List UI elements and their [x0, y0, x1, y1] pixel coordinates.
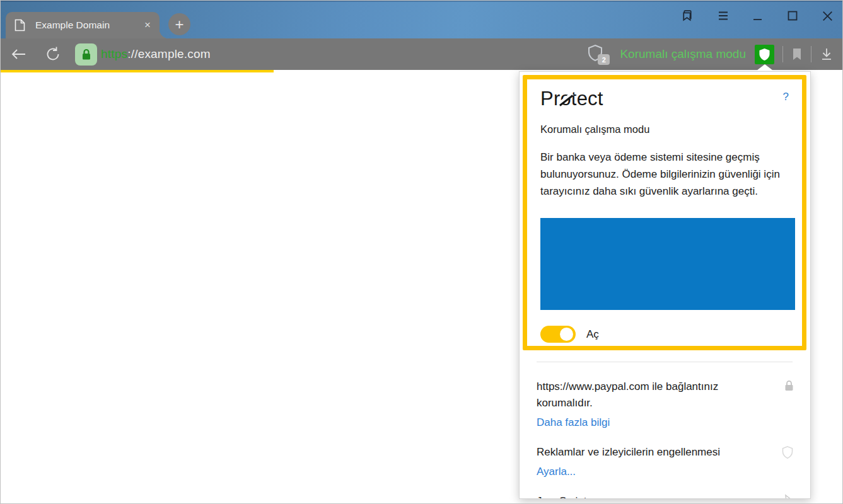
minimize-icon[interactable] — [751, 9, 765, 23]
back-button[interactable] — [1, 38, 35, 70]
page-icon — [15, 19, 25, 32]
close-window-icon[interactable] — [820, 9, 835, 23]
section-divider — [537, 362, 793, 362]
popup-pointer — [757, 64, 773, 71]
browser-tab[interactable]: Example Domain × — [6, 12, 160, 38]
url-scheme: https — [101, 47, 127, 60]
toolbar: https://example.com 2 Korumalı çalışma m… — [1, 38, 842, 70]
blocked-count-badge: 2 — [598, 54, 610, 65]
blocked-counter-shield-icon[interactable]: 2 — [587, 43, 610, 65]
tab-groups-icon[interactable] — [680, 8, 695, 24]
tab-strip: Example Domain × + — [1, 1, 842, 38]
more-info-link[interactable]: Daha fazla bilgi — [537, 415, 610, 431]
toggle-knob — [560, 328, 573, 341]
connection-security-row: https://www.paypal.com ile bağlantınız k… — [537, 379, 795, 431]
shield-outline-icon — [781, 445, 794, 462]
bookmark-flag-icon[interactable] — [791, 47, 803, 61]
toolbar-separator — [782, 46, 783, 62]
shield-icon — [759, 48, 770, 61]
pointer-icon — [782, 493, 794, 499]
address-bar[interactable]: https://example.com — [101, 47, 211, 61]
downloads-icon[interactable] — [820, 47, 834, 62]
protect-shield-button[interactable] — [755, 45, 774, 64]
protect-mode-toggle[interactable] — [540, 326, 576, 343]
panel-subtitle: Korumalı çalışma modu — [540, 123, 789, 135]
ad-blocking-row: Reklamlar ve izleyicilerin engellenmesi … — [537, 444, 795, 480]
highlighted-section: Protect ? Korumalı çalışma modu Bir bank… — [523, 75, 806, 350]
panel-description: Bir banka veya ödeme sistemi sitesine ge… — [540, 149, 798, 200]
toolbar-separator — [811, 46, 811, 62]
illustration-placeholder — [540, 218, 795, 310]
tab-title: Example Domain — [35, 20, 142, 31]
maximize-icon[interactable] — [786, 9, 799, 23]
panel-title: Protect — [540, 88, 603, 110]
ad-blocking-text: Reklamlar ve izleyicilerin engellenmesi — [537, 444, 760, 461]
connection-security-text: https://www.paypal.com ile bağlantınız k… — [537, 379, 760, 411]
browser-window: Example Domain × + — [0, 0, 843, 504]
reload-button[interactable] — [35, 38, 70, 70]
protect-panel: Protect ? Korumalı çalışma modu Bir bank… — [519, 71, 811, 499]
tab-close-icon[interactable]: × — [142, 19, 153, 32]
page-load-progress-bar — [1, 70, 274, 72]
menu-icon[interactable] — [716, 9, 730, 23]
javascript-row: JavaScript — [537, 493, 795, 499]
new-tab-button[interactable]: + — [168, 13, 190, 35]
site-security-lock-icon[interactable] — [75, 43, 97, 66]
javascript-text: JavaScript — [537, 493, 760, 499]
url-text: ://example.com — [127, 47, 211, 60]
protect-mode-label: Korumalı çalışma modu — [620, 47, 746, 61]
toggle-label: Aç — [586, 328, 599, 341]
help-link[interactable]: ? — [783, 88, 789, 103]
configure-link[interactable]: Ayarla... — [537, 464, 576, 480]
lock-icon — [784, 380, 794, 394]
